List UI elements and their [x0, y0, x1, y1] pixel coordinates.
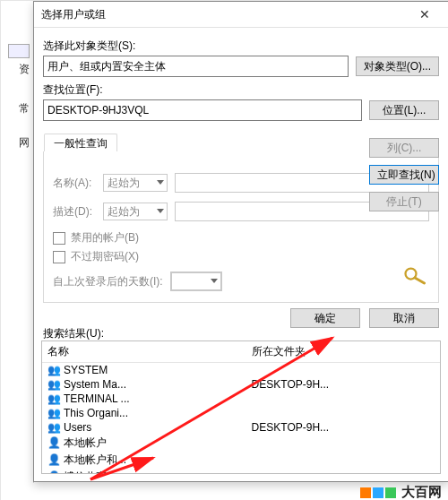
checkbox-icon	[53, 251, 65, 263]
table-row[interactable]: 👥SYSTEM	[42, 363, 440, 378]
columns-button[interactable]: 列(C)...	[369, 138, 439, 158]
parent-window-nav2: 网	[19, 135, 30, 151]
tab-common-query[interactable]: 一般性查询	[44, 134, 117, 151]
parent-window-text: 资	[19, 62, 30, 77]
desc-mode-select[interactable]	[103, 203, 168, 220]
name-label: 名称(A):	[53, 176, 96, 191]
principal-icon: 👤	[47, 470, 60, 474]
col-name[interactable]: 名称	[42, 341, 246, 363]
chevron-down-icon	[157, 209, 164, 213]
results-list[interactable]: 名称 所在文件夹 👥SYSTEM👥System Ma...DESKTOP-9H.…	[41, 341, 441, 474]
col-folder[interactable]: 所在文件夹	[246, 341, 440, 363]
titlebar: 选择用户或组 ✕	[34, 2, 448, 28]
parent-window-strip: 资 常 网	[1, 19, 34, 483]
principal-icon: 👤	[47, 453, 60, 466]
select-users-dialog: 选择用户或组 ✕ 选择此对象类型(S): 对象类型(O)... 查找位置(F):…	[33, 1, 448, 482]
object-type-label: 选择此对象类型(S):	[43, 39, 439, 54]
principal-icon: 👥	[47, 421, 60, 434]
stop-button[interactable]: 停止(T)	[369, 192, 439, 211]
find-now-button[interactable]: 立即查找(N)	[369, 165, 439, 185]
desc-label: 描述(D):	[53, 204, 96, 220]
non-expiring-label: 不过期密码(X)	[71, 249, 139, 264]
ok-button[interactable]: 确定	[290, 308, 360, 328]
svg-line-1	[415, 278, 425, 283]
parent-window-nav1: 常	[19, 101, 30, 116]
object-type-input[interactable]	[43, 56, 349, 77]
days-label: 自上次登录后的天数(I):	[53, 274, 163, 289]
chevron-down-icon	[211, 279, 218, 283]
chevron-down-icon	[157, 180, 164, 185]
close-icon[interactable]: ✕	[409, 4, 441, 24]
locations-button[interactable]: 位置(L)...	[369, 100, 439, 120]
principal-icon: 👥	[47, 392, 60, 405]
principal-icon: 👥	[47, 407, 60, 419]
disabled-accounts-checkbox[interactable]: 禁用的帐户(B)	[53, 230, 429, 246]
watermark-brand: 大百网	[401, 484, 442, 500]
name-mode-select[interactable]	[103, 174, 168, 192]
location-input[interactable]	[43, 99, 362, 121]
table-row[interactable]: 👥This Organi...	[42, 406, 440, 420]
table-row[interactable]: 👤本地帐户	[42, 435, 440, 452]
table-row[interactable]: 👤博信共享DESKTOP-9H...	[42, 469, 440, 474]
non-expiring-checkbox[interactable]: 不过期密码(X)	[53, 249, 429, 264]
parent-window-icon	[8, 44, 30, 58]
dialog-title: 选择用户或组	[41, 7, 409, 22]
table-row[interactable]: 👥System Ma...DESKTOP-9H...	[42, 377, 440, 392]
search-icon	[401, 265, 428, 285]
principal-icon: 👥	[47, 364, 60, 376]
object-types-button[interactable]: 对象类型(O)...	[356, 56, 439, 76]
watermark-logo: 大百网 big100.net	[360, 484, 442, 500]
table-row[interactable]: 👥TERMINAL ...	[42, 392, 440, 406]
checkbox-icon	[53, 232, 65, 245]
table-row[interactable]: 👥UsersDESKTOP-9H...	[42, 420, 440, 435]
results-label: 搜索结果(U):	[43, 326, 104, 341]
days-select[interactable]	[170, 272, 222, 291]
principal-icon: 👥	[47, 378, 60, 391]
location-label: 查找位置(F):	[43, 82, 439, 98]
disabled-accounts-label: 禁用的帐户(B)	[71, 230, 139, 246]
cancel-button[interactable]: 取消	[369, 308, 439, 328]
principal-icon: 👤	[47, 436, 60, 449]
table-row[interactable]: 👤本地帐户和...	[42, 452, 440, 469]
